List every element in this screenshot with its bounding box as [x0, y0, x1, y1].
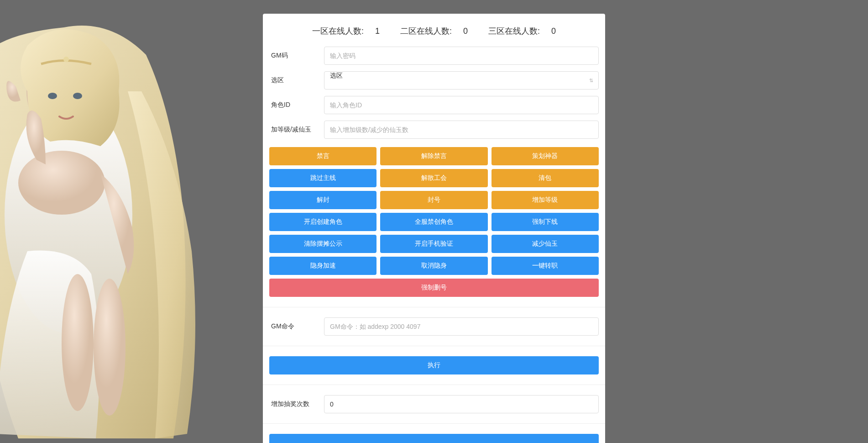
gm-code-label: GM码 [269, 52, 324, 60]
mute-button[interactable]: 禁言 [269, 147, 376, 165]
level-jade-label: 加等级/减仙玉 [269, 126, 324, 134]
lottery-count-input[interactable] [324, 395, 599, 413]
svg-point-4 [18, 151, 105, 215]
ban-button[interactable]: 封号 [380, 191, 487, 209]
zone-select[interactable]: 选区 [324, 71, 599, 90]
reduce-jade-button[interactable]: 减少仙玉 [492, 235, 599, 253]
role-id-input[interactable] [324, 96, 599, 114]
unban-button[interactable]: 解封 [269, 191, 376, 209]
gm-code-input[interactable] [324, 47, 599, 65]
role-id-label: 角色ID [269, 101, 324, 109]
planner-artifact-button[interactable]: 策划神器 [492, 147, 599, 165]
clear-bag-button[interactable]: 清包 [492, 169, 599, 187]
divider [263, 307, 605, 307]
divider [263, 385, 605, 385]
character-illustration [0, 0, 210, 443]
stealth-speed-button[interactable]: 隐身加速 [269, 257, 376, 275]
svg-point-3 [73, 93, 82, 99]
unmute-button[interactable]: 解除禁言 [380, 147, 487, 165]
clear-stall-notice-button[interactable]: 清除摆摊公示 [269, 235, 376, 253]
level-jade-input[interactable] [324, 121, 599, 139]
disable-create-role-button[interactable]: 全服禁创角色 [380, 213, 487, 231]
skip-main-button[interactable]: 跳过主线 [269, 169, 376, 187]
enable-create-role-button[interactable]: 开启创建角色 [269, 213, 376, 231]
svg-point-5 [63, 57, 69, 62]
gm-command-label: GM命令 [269, 322, 324, 331]
add-level-button[interactable]: 增加等级 [492, 191, 599, 209]
online-stats: 一区在线人数: 1 二区在线人数: 0 三区在线人数: 0 [269, 26, 599, 37]
admin-panel: 一区在线人数: 1 二区在线人数: 0 三区在线人数: 0 GM码 选区 选区 … [263, 14, 605, 443]
svg-point-1 [26, 46, 101, 137]
execute-button[interactable]: 执行 [269, 356, 599, 374]
gm-command-input[interactable] [324, 317, 599, 336]
divider [263, 346, 605, 346]
zone-select-label: 选区 [269, 76, 324, 84]
enable-phone-verify-button[interactable]: 开启手机验证 [380, 235, 487, 253]
svg-point-2 [48, 93, 57, 99]
svg-point-6 [62, 274, 94, 411]
bottom-action-button[interactable] [269, 434, 599, 443]
one-key-job-change-button[interactable]: 一键转职 [492, 257, 599, 275]
force-delete-account-button[interactable]: 强制删号 [269, 279, 599, 297]
svg-point-0 [5, 96, 132, 333]
lottery-count-label: 增加抽奖次数 [269, 400, 324, 408]
divider [263, 423, 605, 424]
cancel-stealth-button[interactable]: 取消隐身 [380, 257, 487, 275]
force-offline-button[interactable]: 强制下线 [492, 213, 599, 231]
dissolve-guild-button[interactable]: 解散工会 [380, 169, 487, 187]
svg-point-7 [94, 279, 125, 416]
action-button-grid: 禁言 解除禁言 策划神器 跳过主线 解散工会 清包 解封 封号 增加等级 开启创… [269, 147, 599, 297]
